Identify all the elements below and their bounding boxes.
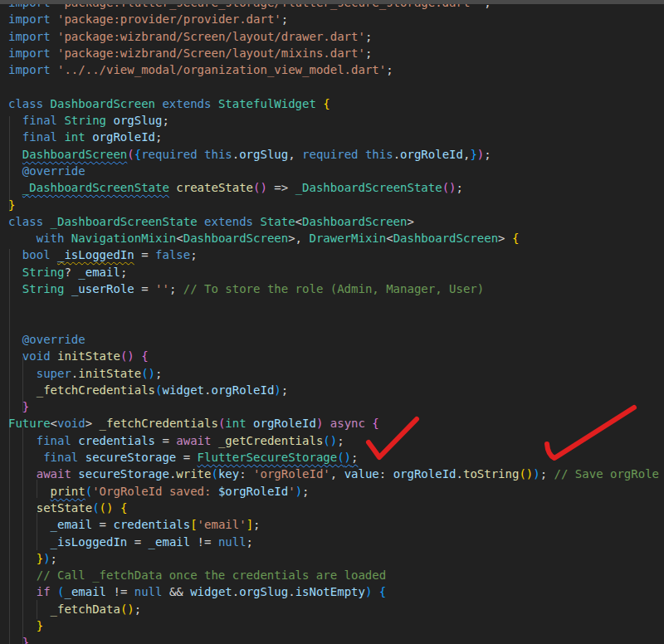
code-token: ) [274, 383, 281, 397]
code-token: = [127, 535, 148, 549]
code-token [8, 603, 51, 616]
code-token: await [176, 434, 218, 447]
code-token: import [8, 63, 57, 76]
code-token: . [288, 585, 295, 598]
code-token: credentials [78, 434, 155, 447]
code-token: _DashboardScreenState [295, 181, 442, 194]
code-token: orgSlug [239, 585, 288, 598]
code-token: _getCredentials [218, 434, 323, 447]
code-token: } [8, 198, 15, 212]
code-token: = [176, 451, 197, 464]
code-token: ; [134, 603, 141, 616]
code-token [8, 501, 37, 515]
code-token: [ [190, 518, 197, 531]
code-token: ; [456, 181, 463, 194]
code-token: ; [386, 63, 393, 76]
code-token: _fetchData [51, 603, 120, 616]
code-token: . [232, 148, 239, 161]
code-token: ) [533, 467, 540, 481]
code-token: } [8, 400, 29, 413]
code-token: { [365, 417, 379, 430]
code-token: DashboardScreen [51, 97, 155, 110]
code-line [8, 315, 659, 331]
code-token: required [302, 148, 365, 161]
code-line: @override [8, 331, 659, 348]
code-token: ) [330, 434, 337, 447]
code-token: extends [198, 215, 261, 228]
code-token: { [372, 585, 386, 598]
code-line [8, 78, 659, 95]
code-token: . [393, 148, 400, 161]
code-token: ; [162, 114, 168, 127]
code-token: ( [100, 501, 106, 515]
code-token: widget [190, 585, 232, 598]
code-token: => [267, 181, 295, 194]
code-token: _isLoggedIn [51, 535, 128, 549]
code-token: secureStorage [85, 451, 177, 464]
code-token: _email [64, 585, 106, 598]
code-line: bool _isLoggedIn = false; [8, 246, 659, 263]
code-line: String _userRole = ''; // To store the r… [8, 281, 659, 297]
code-token-squiggle: ) [344, 451, 351, 464]
code-token: && [162, 585, 190, 598]
code-token: with [8, 232, 71, 245]
code-token [8, 535, 51, 549]
code-token: ( [85, 485, 92, 498]
code-line: with NavigationMixin<DashboardScreen>, D… [8, 230, 659, 246]
code-token: String [64, 114, 113, 127]
code-line: void initState() { [8, 348, 659, 364]
code-token-squiggle: ; [351, 451, 358, 464]
code-token: 'email' [198, 518, 247, 531]
code-line: _isLoggedIn = _email != null; [8, 534, 659, 550]
code-token: import [8, 12, 57, 26]
code-token: ] [247, 518, 253, 531]
code-token: } [8, 619, 43, 632]
code-token: ; [365, 46, 372, 60]
code-token: { [134, 148, 141, 161]
code-token: final [8, 130, 64, 144]
code-token: extends [155, 97, 218, 110]
code-token: > [498, 232, 505, 245]
code-token: String [22, 282, 71, 295]
code-token: ? [64, 266, 78, 279]
code-line: import 'package:provider/provider.dart'; [8, 11, 659, 27]
code-token: ( [323, 434, 330, 447]
code-token: createState [176, 181, 253, 194]
code-token [8, 568, 37, 582]
code-token: void [57, 417, 85, 430]
code-area[interactable]: import 'package:flutter_secure_storage/f… [8, 0, 659, 644]
code-token: ; [281, 383, 288, 397]
code-line: setState(() { [8, 500, 659, 516]
code-token: ( [442, 181, 449, 194]
code-token: StatefulWidget [218, 97, 323, 110]
code-token: DrawerMixin [309, 232, 386, 245]
code-token-squiggle: _DashboardScreenState [22, 181, 169, 194]
code-token: ; [253, 518, 260, 531]
code-token: = [134, 248, 155, 261]
code-line: import '../../view_modal/organization_vi… [8, 61, 659, 78]
code-token: 'package:wizbrand/Screen/layout/drawer.d… [57, 30, 365, 43]
code-token: = [155, 434, 176, 447]
code-token: , [295, 232, 310, 245]
code-token: value [344, 467, 379, 481]
code-token: ) [295, 485, 302, 498]
code-token: write [176, 467, 211, 481]
code-line: _email = credentials['email']; [8, 516, 659, 533]
code-token: class [8, 215, 51, 228]
code-token [8, 552, 37, 565]
code-token: . [232, 585, 239, 598]
code-token: _fetchCredentials [37, 383, 155, 397]
code-line: class _DashboardScreenState extends Stat… [8, 213, 659, 230]
code-token: null [218, 535, 247, 549]
code-token: ) [477, 148, 484, 161]
code-token: ; [190, 248, 197, 261]
code-token: initState [78, 367, 141, 380]
code-token: @override [8, 164, 85, 178]
code-token [8, 585, 37, 598]
code-token: '' [155, 282, 169, 295]
code-token: orgRoleId [253, 417, 316, 430]
code-token: orgSlug [239, 148, 288, 161]
code-token: NavigationMixin [71, 232, 176, 245]
code-token: ' [288, 485, 295, 498]
code-token: this [365, 148, 393, 161]
